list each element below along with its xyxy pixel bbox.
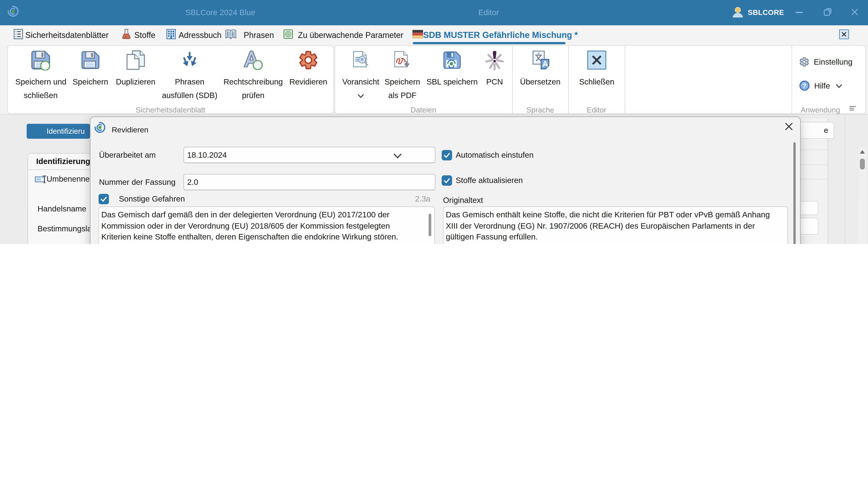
- svg-text:?: ?: [802, 82, 806, 89]
